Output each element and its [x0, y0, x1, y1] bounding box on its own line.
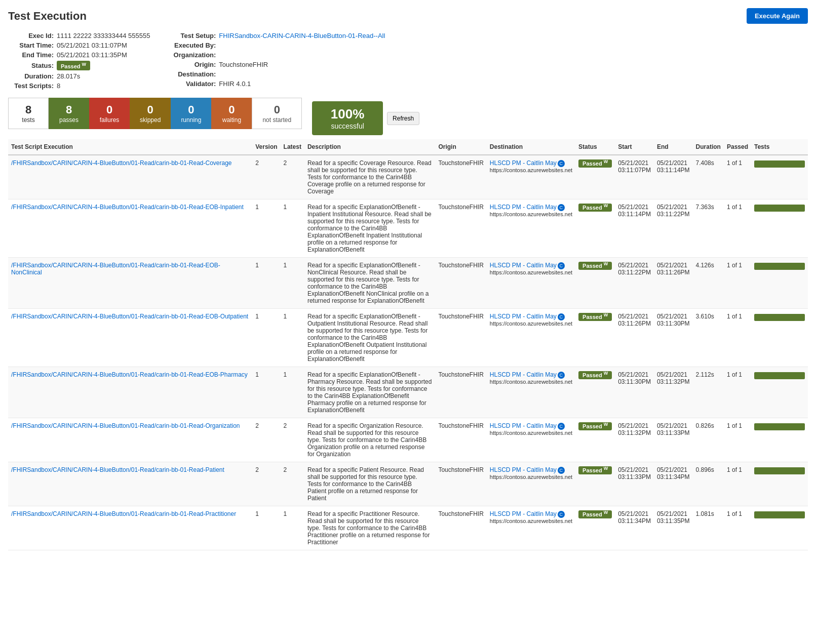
- duration-cell: 1.081s: [693, 506, 724, 550]
- progress-bar-fill: [754, 263, 805, 270]
- destination-link[interactable]: HLSCD PM - Caitlin MayC: [490, 466, 565, 473]
- validator-value: FHIR 4.0.1: [219, 80, 251, 88]
- destination-cell: HLSCD PM - Caitlin MayChttps://contoso.a…: [487, 155, 575, 199]
- status-cell: Passed W: [575, 367, 615, 418]
- validator-label: Validator:: [170, 80, 216, 88]
- refresh-button[interactable]: Refresh: [387, 112, 419, 125]
- destination-url: https://contoso.azurewebsites.net: [490, 518, 572, 524]
- latest-cell: 2: [281, 418, 304, 462]
- destination-link[interactable]: HLSCD PM - Caitlin MayC: [490, 422, 565, 429]
- running-num: 0: [188, 103, 194, 116]
- status-cell: Passed W: [575, 462, 615, 506]
- percent-value: 100%: [331, 106, 365, 122]
- destination-link[interactable]: HLSCD PM - Caitlin MayC: [490, 159, 565, 167]
- col-passed: Passed: [724, 139, 751, 155]
- destination-cell: HLSCD PM - Caitlin MayChttps://contoso.a…: [487, 199, 575, 257]
- passed-cell: 1 of 1: [724, 506, 751, 550]
- destination-cell: HLSCD PM - Caitlin MayChttps://contoso.a…: [487, 257, 575, 308]
- destination-link[interactable]: HLSCD PM - Caitlin MayC: [490, 313, 565, 320]
- status-badge: Passed W: [578, 371, 612, 379]
- latest-cell: 2: [281, 155, 304, 199]
- test-script-link[interactable]: /FHIRSandbox/CARIN/CARIN-4-BlueButton/01…: [11, 204, 249, 211]
- end-cell: 05/21/2021 03:11:34PM: [654, 462, 693, 506]
- destination-link[interactable]: HLSCD PM - Caitlin MayC: [490, 262, 565, 269]
- not-started-num: 0: [274, 103, 280, 116]
- summary-bar: 8 tests 8 passes 0 failures 0 skipped 0 …: [8, 98, 302, 129]
- test-script-link[interactable]: /FHIRSandbox/CARIN/CARIN-4-BlueButton/01…: [11, 313, 249, 320]
- test-script-link[interactable]: /FHIRSandbox/CARIN/CARIN-4-BlueButton/01…: [11, 466, 249, 473]
- col-status: Status: [575, 139, 615, 155]
- test-script-cell: /FHIRSandbox/CARIN/CARIN-4-BlueButton/01…: [8, 308, 252, 367]
- start-cell: 05/21/2021 03:11:26PM: [615, 308, 654, 367]
- test-script-cell: /FHIRSandbox/CARIN/CARIN-4-BlueButton/01…: [8, 367, 252, 418]
- version-cell: 1: [252, 199, 280, 257]
- dest-circle-icon: C: [558, 262, 565, 269]
- progress-bar-container: [754, 160, 805, 168]
- latest-cell: 2: [281, 462, 304, 506]
- version-cell: 2: [252, 418, 280, 462]
- total-num: 8: [25, 103, 31, 116]
- test-script-link[interactable]: /FHIRSandbox/CARIN/CARIN-4-BlueButton/01…: [11, 422, 249, 429]
- dest-circle-icon: C: [558, 372, 565, 379]
- table-row: /FHIRSandbox/CARIN/CARIN-4-BlueButton/01…: [8, 462, 808, 506]
- latest-cell: 1: [281, 367, 304, 418]
- destination-link[interactable]: HLSCD PM - Caitlin MayC: [490, 204, 565, 211]
- status-cell: Passed W: [575, 155, 615, 199]
- passed-cell: 1 of 1: [724, 308, 751, 367]
- latest-cell: 1: [281, 257, 304, 308]
- tests-cell: [751, 462, 808, 506]
- test-script-link[interactable]: /FHIRSandbox/CARIN/CARIN-4-BlueButton/01…: [11, 159, 249, 167]
- test-setup-row: Test Setup: FHIRSandbox-CARIN-CARIN-4-Bl…: [170, 32, 385, 39]
- destination-cell: HLSCD PM - Caitlin MayChttps://contoso.a…: [487, 418, 575, 462]
- end-time-value: 05/21/2021 03:11:35PM: [57, 51, 127, 59]
- test-script-link[interactable]: /FHIRSandbox/CARIN/CARIN-4-BlueButton/01…: [11, 262, 249, 276]
- destination-url: https://contoso.azurewebsites.net: [490, 474, 572, 480]
- progress-bar-container: [754, 467, 805, 474]
- passes-num: 8: [66, 103, 72, 116]
- end-cell: 05/21/2021 03:11:35PM: [654, 506, 693, 550]
- start-time-row: Start Time: 05/21/2021 03:11:07PM: [8, 42, 150, 49]
- status-badge: Passed W: [578, 422, 612, 430]
- col-destination: Destination: [487, 139, 575, 155]
- col-tests: Tests: [751, 139, 808, 155]
- destination-url: https://contoso.azurewebsites.net: [490, 211, 572, 217]
- test-script-link[interactable]: /FHIRSandbox/CARIN/CARIN-4-BlueButton/01…: [11, 510, 249, 517]
- test-script-cell: /FHIRSandbox/CARIN/CARIN-4-BlueButton/01…: [8, 155, 252, 199]
- destination-link[interactable]: HLSCD PM - Caitlin MayC: [490, 371, 565, 378]
- table-row: /FHIRSandbox/CARIN/CARIN-4-BlueButton/01…: [8, 199, 808, 257]
- test-script-cell: /FHIRSandbox/CARIN/CARIN-4-BlueButton/01…: [8, 506, 252, 550]
- destination-url: https://contoso.azurewebsites.net: [490, 320, 572, 327]
- end-time-label: End Time:: [8, 51, 54, 59]
- destination-cell: HLSCD PM - Caitlin MayChttps://contoso.a…: [487, 462, 575, 506]
- table-row: /FHIRSandbox/CARIN/CARIN-4-BlueButton/01…: [8, 506, 808, 550]
- test-script-link[interactable]: /FHIRSandbox/CARIN/CARIN-4-BlueButton/01…: [11, 371, 249, 378]
- validator-row: Validator: FHIR 4.0.1: [170, 80, 385, 88]
- duration-cell: 7.363s: [693, 199, 724, 257]
- table-row: /FHIRSandbox/CARIN/CARIN-4-BlueButton/01…: [8, 308, 808, 367]
- end-time-row: End Time: 05/21/2021 03:11:35PM: [8, 51, 150, 59]
- tests-cell: [751, 257, 808, 308]
- end-cell: 05/21/2021 03:11:32PM: [654, 367, 693, 418]
- status-cell: Passed W: [575, 308, 615, 367]
- passed-cell: 1 of 1: [724, 462, 751, 506]
- start-time-value: 05/21/2021 03:11:07PM: [57, 42, 127, 49]
- summary-running: 0 running: [171, 98, 211, 129]
- destination-url: https://contoso.azurewebsites.net: [490, 167, 572, 173]
- col-duration: Duration: [693, 139, 724, 155]
- origin-cell: TouchstoneFHIR: [435, 199, 486, 257]
- dest-circle-icon: C: [558, 204, 565, 211]
- start-cell: 05/21/2021 03:11:07PM: [615, 155, 654, 199]
- test-setup-link[interactable]: FHIRSandbox-CARIN-CARIN-4-BlueButton-01-…: [219, 32, 385, 39]
- summary-percent-box: 100% successful: [312, 101, 383, 135]
- execute-again-button[interactable]: Execute Again: [747, 8, 808, 24]
- destination-link[interactable]: HLSCD PM - Caitlin MayC: [490, 510, 565, 517]
- dest-circle-icon: C: [558, 313, 565, 320]
- col-version: Version: [252, 139, 280, 155]
- page-title: Test Execution: [8, 10, 87, 23]
- origin-cell: TouchstoneFHIR: [435, 367, 486, 418]
- status-cell: Passed W: [575, 418, 615, 462]
- exec-info-left: Exec Id: 1111 22222 333333444 555555 Sta…: [8, 32, 150, 90]
- summary-failures: 0 failures: [89, 98, 130, 129]
- status-badge: Passed W: [578, 262, 612, 270]
- col-origin: Origin: [435, 139, 486, 155]
